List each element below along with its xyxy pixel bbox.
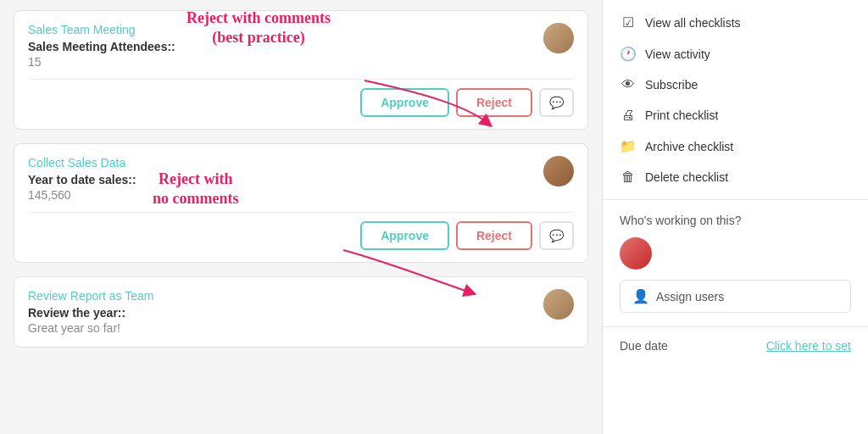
- due-row: Due date Click here to set: [620, 339, 851, 353]
- task-title-3: Review Report as Team: [28, 289, 574, 303]
- comment-button-1[interactable]: 💬: [539, 88, 574, 117]
- menu-section: ☑ View all checklists 🕐 View activity 👁 …: [603, 0, 868, 200]
- task-value-1: 15: [28, 55, 574, 69]
- archive-icon: 📁: [620, 138, 637, 154]
- avatar-1: [543, 23, 574, 53]
- menu-item-archive[interactable]: 📁 Archive checklist: [603, 131, 868, 162]
- avatar-image-1: [543, 23, 574, 53]
- avatar-image-3: [543, 289, 574, 320]
- due-date-link[interactable]: Click here to set: [766, 339, 851, 353]
- task-label-3: Review the year::: [28, 306, 574, 320]
- task-title-2: Collect Sales Data: [28, 156, 574, 170]
- action-row-2: Approve Reject 💬: [28, 212, 574, 250]
- menu-item-view-activity[interactable]: 🕐 View activity: [603, 38, 868, 70]
- assign-users-button[interactable]: 👤 Assign users: [620, 280, 851, 313]
- action-row-1: Approve Reject 💬: [28, 79, 574, 117]
- eye-icon: 👁: [620, 77, 637, 92]
- approve-button-1[interactable]: Approve: [360, 88, 449, 117]
- menu-item-subscribe[interactable]: 👁 Subscribe: [603, 70, 868, 100]
- avatar-3: [543, 289, 574, 320]
- working-section: Who's working on this? 👤 Assign users: [603, 200, 868, 327]
- menu-item-print[interactable]: 🖨 Print checklist: [603, 100, 868, 131]
- menu-item-view-all[interactable]: ☑ View all checklists: [603, 7, 868, 38]
- person-icon: 👤: [632, 288, 649, 304]
- avatar-2: [543, 156, 574, 186]
- clock-icon: 🕐: [620, 46, 637, 62]
- task-value-2: 145,560: [28, 188, 574, 202]
- right-panel: ☑ View all checklists 🕐 View activity 👁 …: [602, 0, 868, 434]
- task-title-1: Sales Team Meeting: [28, 23, 574, 36]
- task-label-2: Year to date sales::: [28, 173, 574, 186]
- task-card-2: Collect Sales Data Year to date sales:: …: [14, 143, 588, 263]
- task-value-3: Great year so far!: [28, 321, 574, 335]
- comment-icon-2: 💬: [549, 229, 564, 242]
- menu-item-delete[interactable]: 🗑 Delete checklist: [603, 162, 868, 192]
- task-label-1: Sales Meeting Attendees::: [28, 40, 574, 53]
- approve-button-2[interactable]: Approve: [360, 221, 449, 250]
- print-icon: 🖨: [620, 108, 637, 123]
- working-avatar: [620, 237, 652, 270]
- reject-button-1[interactable]: Reject: [456, 88, 532, 117]
- reject-button-2[interactable]: Reject: [456, 221, 532, 250]
- comment-button-2[interactable]: 💬: [539, 221, 574, 250]
- delete-icon: 🗑: [620, 170, 637, 185]
- working-title: Who's working on this?: [620, 214, 851, 227]
- avatar-image-2: [543, 156, 574, 186]
- comment-icon-1: 💬: [549, 96, 564, 109]
- checklist-icon: ☑: [620, 14, 637, 31]
- due-label: Due date: [620, 339, 668, 353]
- task-card-1: Sales Team Meeting Sales Meeting Attende…: [14, 10, 588, 130]
- due-section: Due date Click here to set: [603, 327, 868, 363]
- task-card-3: Review Report as Team Review the year:: …: [14, 276, 588, 348]
